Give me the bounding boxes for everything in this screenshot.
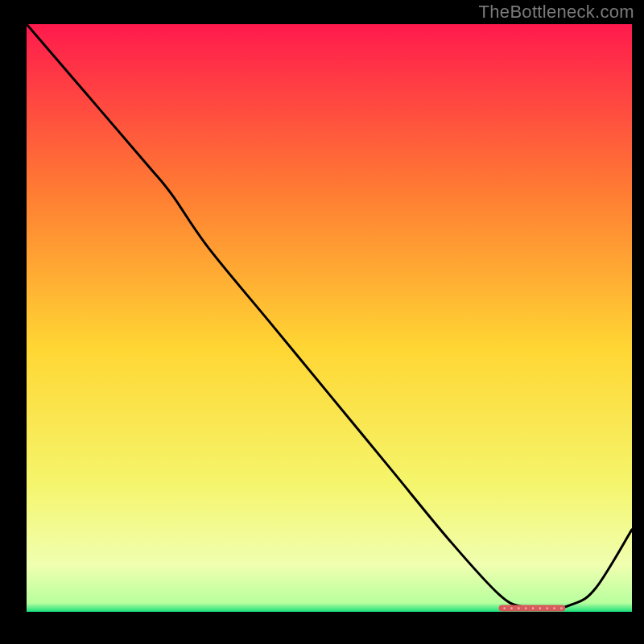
marker-tick (525, 607, 526, 609)
watermark-text: TheBottleneck.com (479, 2, 634, 23)
marker-tick (547, 607, 548, 609)
marker-tick (510, 607, 512, 609)
marker-tick (504, 607, 506, 609)
marker-tick (560, 607, 562, 609)
marker-tick (553, 607, 555, 609)
chart-svg (27, 24, 632, 612)
marker-tick (518, 607, 519, 609)
marker-tick (539, 607, 541, 609)
chart-container: TheBottleneck.com (0, 0, 644, 644)
gradient-background (27, 24, 632, 612)
marker-tick (532, 607, 534, 609)
plot-area (27, 24, 632, 612)
